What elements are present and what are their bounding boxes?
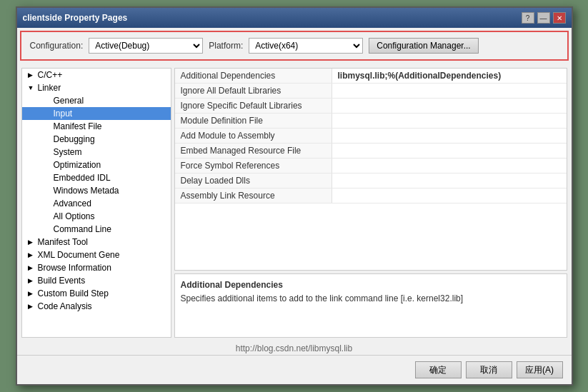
prop-value: [332, 114, 567, 128]
tree-item-windows-meta[interactable]: Windows Metada: [22, 184, 171, 197]
prop-name: Force Symbol References: [175, 159, 332, 173]
table-row[interactable]: Ignore All Default Libraries: [175, 84, 567, 99]
tree-item-browse-info[interactable]: ▶Browse Information: [22, 261, 171, 274]
arrow-icon: ▶: [28, 71, 36, 79]
tree-item-custom-build[interactable]: ▶Custom Build Step: [22, 287, 171, 300]
platform-label: Platform:: [209, 41, 243, 51]
prop-name: Add Module to Assembly: [175, 129, 332, 143]
tree-item-label: XML Document Gene: [38, 250, 120, 260]
help-button[interactable]: ?: [522, 12, 534, 24]
tree-item-code-analysis[interactable]: ▶Code Analysis: [22, 300, 171, 313]
tree-item-label: Debugging: [54, 134, 95, 144]
prop-value: [332, 144, 567, 158]
prop-value: [332, 99, 567, 113]
tree-item-linker[interactable]: ▼Linker: [22, 81, 171, 94]
property-pages-dialog: clientside Property Pages ? — ✕ Configur…: [16, 6, 573, 386]
tree-panel: ▶C/C++▼LinkerGeneralInputManifest FileDe…: [21, 68, 171, 338]
prop-name: Module Definition File: [175, 114, 332, 128]
tree-item-label: Input: [54, 109, 73, 119]
tree-item-label: System: [54, 147, 82, 157]
prop-name: Assembly Link Resource: [175, 189, 332, 203]
minimize-button[interactable]: —: [537, 12, 550, 24]
tree-item-input[interactable]: Input: [22, 107, 171, 120]
prop-value: [332, 129, 567, 143]
tree-item-label: Windows Metada: [54, 186, 119, 196]
arrow-icon: ▼: [28, 84, 36, 91]
tree-item-label: Browse Information: [38, 263, 111, 273]
tree-item-cpp[interactable]: ▶C/C++: [22, 69, 171, 81]
tree-item-label: All Options: [54, 211, 95, 221]
desc-title: Additional Dependencies: [181, 280, 561, 290]
title-bar: clientside Property Pages ? — ✕: [17, 8, 572, 28]
table-row[interactable]: Ignore Specific Default Libraries: [175, 99, 567, 114]
table-row[interactable]: Module Definition File: [175, 114, 567, 129]
arrow-icon: ▶: [28, 277, 36, 284]
prop-name: Embed Managed Resource File: [175, 144, 332, 158]
prop-value: [332, 189, 567, 203]
tree-item-label: Embedded IDL: [54, 173, 111, 183]
tree-item-label: Code Analysis: [38, 301, 92, 311]
tree-item-label: Optimization: [54, 160, 101, 170]
tree-item-xml-doc[interactable]: ▶XML Document Gene: [22, 248, 171, 261]
table-row[interactable]: Delay Loaded Dlls: [175, 174, 567, 189]
arrow-icon: ▶: [28, 251, 36, 258]
apply-button[interactable]: 应用(A): [517, 361, 563, 378]
tree-item-label: Manifest Tool: [38, 237, 88, 247]
tree-item-label: Manifest File: [54, 121, 102, 131]
tree-item-label: General: [54, 96, 84, 106]
config-label: Configuration:: [30, 41, 84, 51]
tree-item-label: Command Line: [54, 224, 111, 234]
arrow-icon: ▶: [28, 290, 36, 297]
footer: 确定 取消 应用(A): [17, 355, 572, 384]
tree-item-label: Advanced: [54, 198, 91, 208]
platform-select[interactable]: Active(x64): [249, 38, 363, 54]
properties-table: Additional Dependencieslibmysql.lib;%(Ad…: [174, 68, 567, 271]
close-button[interactable]: ✕: [553, 12, 566, 24]
prop-name: Delay Loaded Dlls: [175, 174, 332, 188]
arrow-icon: ▶: [28, 238, 36, 246]
prop-value: [332, 174, 567, 188]
watermark: http://blog.csdn.net/libmysql.lib: [17, 342, 572, 355]
prop-name: Ignore Specific Default Libraries: [175, 99, 332, 113]
tree-item-general[interactable]: General: [22, 94, 171, 107]
tree-item-label: Linker: [38, 83, 61, 93]
tree-item-advanced[interactable]: Advanced: [22, 197, 171, 210]
ok-button[interactable]: 确定: [415, 361, 462, 378]
table-row[interactable]: Additional Dependencieslibmysql.lib;%(Ad…: [175, 69, 567, 84]
tree-item-optimization[interactable]: Optimization: [22, 159, 171, 171]
tree-item-build-events[interactable]: ▶Build Events: [22, 274, 171, 287]
tree-item-system[interactable]: System: [22, 146, 171, 159]
description-panel: Additional Dependencies Specifies additi…: [174, 273, 567, 338]
tree-item-label: C/C++: [38, 70, 63, 80]
table-row[interactable]: Add Module to Assembly: [175, 129, 567, 144]
title-bar-buttons: ? — ✕: [522, 12, 566, 24]
tree-item-manifest-tool[interactable]: ▶Manifest Tool: [22, 236, 171, 248]
prop-name: Additional Dependencies: [175, 69, 332, 83]
prop-value: libmysql.lib;%(AdditionalDependencies): [332, 69, 567, 83]
desc-text: Specifies additional items to add to the…: [181, 293, 561, 305]
configuration-select[interactable]: Active(Debug): [89, 38, 203, 54]
table-row[interactable]: Force Symbol References: [175, 159, 567, 174]
tree-item-all-options[interactable]: All Options: [22, 210, 171, 223]
config-bar: Configuration: Active(Debug) Platform: A…: [20, 31, 569, 61]
config-manager-button[interactable]: Configuration Manager...: [369, 38, 478, 54]
tree-item-embedded-idl[interactable]: Embedded IDL: [22, 171, 171, 184]
arrow-icon: ▶: [28, 303, 36, 310]
tree-item-command-line[interactable]: Command Line: [22, 223, 171, 236]
prop-name: Ignore All Default Libraries: [175, 84, 332, 98]
tree-item-label: Custom Build Step: [38, 288, 109, 298]
tree-item-label: Build Events: [38, 276, 86, 286]
tree-item-manifest-file[interactable]: Manifest File: [22, 120, 171, 133]
cancel-button[interactable]: 取消: [466, 361, 512, 378]
table-row[interactable]: Embed Managed Resource File: [175, 144, 567, 159]
table-row[interactable]: Assembly Link Resource: [175, 189, 567, 203]
right-panel: Additional Dependencieslibmysql.lib;%(Ad…: [174, 68, 567, 338]
dialog-title: clientside Property Pages: [23, 13, 128, 23]
arrow-icon: ▶: [28, 264, 36, 271]
prop-value: [332, 84, 567, 98]
prop-value: [332, 159, 567, 173]
tree-item-debugging[interactable]: Debugging: [22, 133, 171, 146]
main-content: ▶C/C++▼LinkerGeneralInputManifest FileDe…: [17, 64, 572, 342]
